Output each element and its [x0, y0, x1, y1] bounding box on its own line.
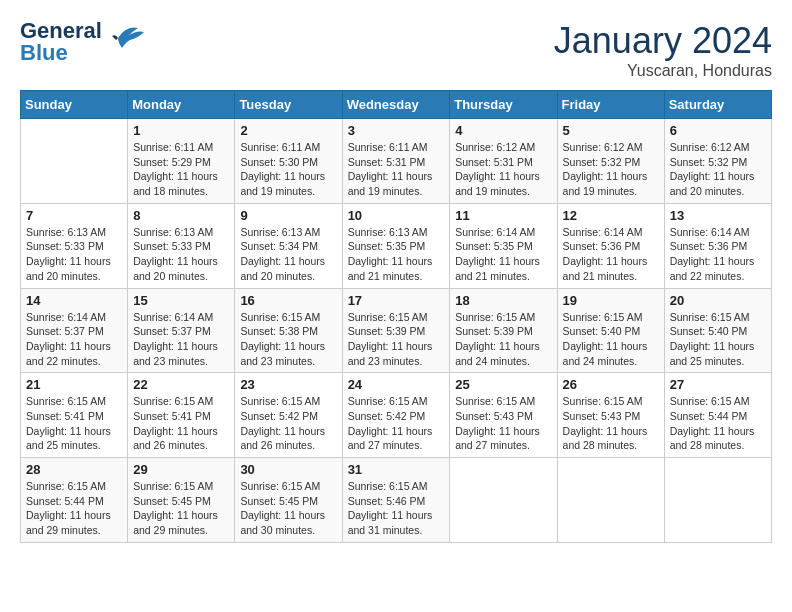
weekday-header-wednesday: Wednesday [342, 91, 450, 119]
day-info: Sunrise: 6:15 AM Sunset: 5:44 PM Dayligh… [26, 479, 122, 538]
day-info: Sunrise: 6:13 AM Sunset: 5:33 PM Dayligh… [133, 225, 229, 284]
weekday-header-sunday: Sunday [21, 91, 128, 119]
calendar-cell: 4Sunrise: 6:12 AM Sunset: 5:31 PM Daylig… [450, 119, 557, 204]
calendar-week-2: 14Sunrise: 6:14 AM Sunset: 5:37 PM Dayli… [21, 288, 772, 373]
day-number: 23 [240, 377, 336, 392]
day-info: Sunrise: 6:15 AM Sunset: 5:39 PM Dayligh… [348, 310, 445, 369]
calendar-cell: 15Sunrise: 6:14 AM Sunset: 5:37 PM Dayli… [128, 288, 235, 373]
calendar-cell: 29Sunrise: 6:15 AM Sunset: 5:45 PM Dayli… [128, 458, 235, 543]
calendar-cell: 21Sunrise: 6:15 AM Sunset: 5:41 PM Dayli… [21, 373, 128, 458]
weekday-header-monday: Monday [128, 91, 235, 119]
day-info: Sunrise: 6:11 AM Sunset: 5:31 PM Dayligh… [348, 140, 445, 199]
calendar-cell: 12Sunrise: 6:14 AM Sunset: 5:36 PM Dayli… [557, 203, 664, 288]
calendar-cell: 16Sunrise: 6:15 AM Sunset: 5:38 PM Dayli… [235, 288, 342, 373]
day-info: Sunrise: 6:15 AM Sunset: 5:41 PM Dayligh… [26, 394, 122, 453]
calendar-cell: 19Sunrise: 6:15 AM Sunset: 5:40 PM Dayli… [557, 288, 664, 373]
day-number: 25 [455, 377, 551, 392]
calendar-week-0: 1Sunrise: 6:11 AM Sunset: 5:29 PM Daylig… [21, 119, 772, 204]
calendar-cell: 13Sunrise: 6:14 AM Sunset: 5:36 PM Dayli… [664, 203, 771, 288]
day-info: Sunrise: 6:11 AM Sunset: 5:29 PM Dayligh… [133, 140, 229, 199]
day-info: Sunrise: 6:13 AM Sunset: 5:34 PM Dayligh… [240, 225, 336, 284]
day-info: Sunrise: 6:13 AM Sunset: 5:33 PM Dayligh… [26, 225, 122, 284]
day-number: 12 [563, 208, 659, 223]
day-number: 14 [26, 293, 122, 308]
day-info: Sunrise: 6:13 AM Sunset: 5:35 PM Dayligh… [348, 225, 445, 284]
calendar-cell [21, 119, 128, 204]
day-number: 4 [455, 123, 551, 138]
day-info: Sunrise: 6:15 AM Sunset: 5:42 PM Dayligh… [240, 394, 336, 453]
calendar-cell: 11Sunrise: 6:14 AM Sunset: 5:35 PM Dayli… [450, 203, 557, 288]
calendar-cell: 28Sunrise: 6:15 AM Sunset: 5:44 PM Dayli… [21, 458, 128, 543]
day-number: 1 [133, 123, 229, 138]
day-number: 10 [348, 208, 445, 223]
calendar-header-row: SundayMondayTuesdayWednesdayThursdayFrid… [21, 91, 772, 119]
calendar-cell: 25Sunrise: 6:15 AM Sunset: 5:43 PM Dayli… [450, 373, 557, 458]
day-number: 18 [455, 293, 551, 308]
day-info: Sunrise: 6:14 AM Sunset: 5:35 PM Dayligh… [455, 225, 551, 284]
calendar-cell: 3Sunrise: 6:11 AM Sunset: 5:31 PM Daylig… [342, 119, 450, 204]
day-info: Sunrise: 6:12 AM Sunset: 5:31 PM Dayligh… [455, 140, 551, 199]
day-number: 9 [240, 208, 336, 223]
calendar-week-4: 28Sunrise: 6:15 AM Sunset: 5:44 PM Dayli… [21, 458, 772, 543]
weekday-header-thursday: Thursday [450, 91, 557, 119]
day-number: 2 [240, 123, 336, 138]
calendar-cell: 8Sunrise: 6:13 AM Sunset: 5:33 PM Daylig… [128, 203, 235, 288]
day-number: 7 [26, 208, 122, 223]
day-info: Sunrise: 6:14 AM Sunset: 5:37 PM Dayligh… [26, 310, 122, 369]
day-number: 22 [133, 377, 229, 392]
calendar-cell: 31Sunrise: 6:15 AM Sunset: 5:46 PM Dayli… [342, 458, 450, 543]
day-number: 28 [26, 462, 122, 477]
page-header: General Blue January 2024 Yuscaran, Hond… [20, 20, 772, 80]
calendar-cell: 5Sunrise: 6:12 AM Sunset: 5:32 PM Daylig… [557, 119, 664, 204]
day-number: 11 [455, 208, 551, 223]
day-number: 6 [670, 123, 766, 138]
day-number: 24 [348, 377, 445, 392]
weekday-header-saturday: Saturday [664, 91, 771, 119]
day-info: Sunrise: 6:15 AM Sunset: 5:39 PM Dayligh… [455, 310, 551, 369]
weekday-header-tuesday: Tuesday [235, 91, 342, 119]
title-section: January 2024 Yuscaran, Honduras [554, 20, 772, 80]
day-info: Sunrise: 6:15 AM Sunset: 5:45 PM Dayligh… [133, 479, 229, 538]
calendar-cell: 1Sunrise: 6:11 AM Sunset: 5:29 PM Daylig… [128, 119, 235, 204]
day-number: 15 [133, 293, 229, 308]
day-info: Sunrise: 6:11 AM Sunset: 5:30 PM Dayligh… [240, 140, 336, 199]
calendar-cell: 27Sunrise: 6:15 AM Sunset: 5:44 PM Dayli… [664, 373, 771, 458]
weekday-header-friday: Friday [557, 91, 664, 119]
logo-general: General [20, 20, 102, 42]
day-info: Sunrise: 6:15 AM Sunset: 5:40 PM Dayligh… [563, 310, 659, 369]
calendar-body: 1Sunrise: 6:11 AM Sunset: 5:29 PM Daylig… [21, 119, 772, 543]
day-info: Sunrise: 6:15 AM Sunset: 5:44 PM Dayligh… [670, 394, 766, 453]
day-number: 27 [670, 377, 766, 392]
calendar-cell [664, 458, 771, 543]
logo-bird-icon [108, 20, 146, 54]
day-info: Sunrise: 6:12 AM Sunset: 5:32 PM Dayligh… [670, 140, 766, 199]
day-number: 17 [348, 293, 445, 308]
calendar-cell: 7Sunrise: 6:13 AM Sunset: 5:33 PM Daylig… [21, 203, 128, 288]
day-number: 13 [670, 208, 766, 223]
calendar-cell: 23Sunrise: 6:15 AM Sunset: 5:42 PM Dayli… [235, 373, 342, 458]
day-number: 3 [348, 123, 445, 138]
day-number: 19 [563, 293, 659, 308]
calendar-cell: 14Sunrise: 6:14 AM Sunset: 5:37 PM Dayli… [21, 288, 128, 373]
calendar-cell: 18Sunrise: 6:15 AM Sunset: 5:39 PM Dayli… [450, 288, 557, 373]
calendar-week-1: 7Sunrise: 6:13 AM Sunset: 5:33 PM Daylig… [21, 203, 772, 288]
calendar-cell: 17Sunrise: 6:15 AM Sunset: 5:39 PM Dayli… [342, 288, 450, 373]
day-info: Sunrise: 6:15 AM Sunset: 5:43 PM Dayligh… [455, 394, 551, 453]
day-info: Sunrise: 6:15 AM Sunset: 5:43 PM Dayligh… [563, 394, 659, 453]
calendar-cell: 22Sunrise: 6:15 AM Sunset: 5:41 PM Dayli… [128, 373, 235, 458]
day-number: 21 [26, 377, 122, 392]
day-info: Sunrise: 6:14 AM Sunset: 5:36 PM Dayligh… [670, 225, 766, 284]
day-info: Sunrise: 6:14 AM Sunset: 5:37 PM Dayligh… [133, 310, 229, 369]
day-number: 5 [563, 123, 659, 138]
day-number: 16 [240, 293, 336, 308]
calendar-cell: 24Sunrise: 6:15 AM Sunset: 5:42 PM Dayli… [342, 373, 450, 458]
day-info: Sunrise: 6:15 AM Sunset: 5:45 PM Dayligh… [240, 479, 336, 538]
day-info: Sunrise: 6:12 AM Sunset: 5:32 PM Dayligh… [563, 140, 659, 199]
day-number: 30 [240, 462, 336, 477]
calendar-table: SundayMondayTuesdayWednesdayThursdayFrid… [20, 90, 772, 543]
calendar-week-3: 21Sunrise: 6:15 AM Sunset: 5:41 PM Dayli… [21, 373, 772, 458]
month-title: January 2024 [554, 20, 772, 62]
day-info: Sunrise: 6:15 AM Sunset: 5:41 PM Dayligh… [133, 394, 229, 453]
day-info: Sunrise: 6:15 AM Sunset: 5:40 PM Dayligh… [670, 310, 766, 369]
calendar-cell: 20Sunrise: 6:15 AM Sunset: 5:40 PM Dayli… [664, 288, 771, 373]
